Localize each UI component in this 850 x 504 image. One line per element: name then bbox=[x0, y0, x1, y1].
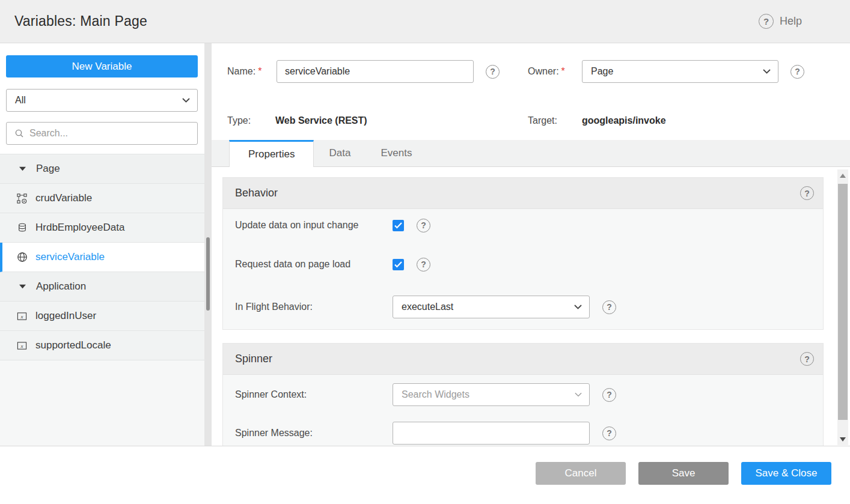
variable-label: crudVariable bbox=[35, 192, 92, 204]
help-link[interactable]: Help bbox=[759, 14, 802, 29]
spinner-context-select[interactable]: Search Widgets bbox=[393, 383, 590, 406]
tab-properties[interactable]: Properties bbox=[229, 140, 314, 167]
help-icon[interactable] bbox=[602, 300, 616, 314]
help-icon[interactable] bbox=[602, 427, 616, 440]
main-scrollbar[interactable] bbox=[837, 169, 848, 445]
type-value: Web Service (REST) bbox=[275, 115, 367, 126]
search-icon bbox=[14, 129, 24, 138]
list-item-hrdbemployeedata[interactable]: HrdbEmployeeData bbox=[0, 213, 204, 243]
request-data-label: Request data on page load bbox=[235, 259, 393, 270]
help-icon[interactable] bbox=[602, 388, 616, 402]
behavior-section: Behavior Update data on input change bbox=[222, 177, 824, 330]
group-row-page[interactable]: Page bbox=[0, 154, 204, 184]
chevron-down-icon bbox=[763, 69, 771, 74]
variable-form: Name:* Owner:* Page Type: Web Service (R… bbox=[212, 43, 850, 140]
list-item-servicevariable[interactable]: serviceVariable bbox=[0, 243, 204, 272]
search-input[interactable] bbox=[29, 128, 191, 139]
in-flight-label: In Flight Behavior: bbox=[235, 302, 393, 312]
help-icon[interactable] bbox=[417, 258, 430, 272]
search-box bbox=[6, 122, 198, 145]
behavior-section-header: Behavior bbox=[223, 178, 823, 209]
caret-down-icon bbox=[17, 284, 28, 289]
request-data-checkbox[interactable] bbox=[393, 259, 404, 270]
static-variable-icon: x bbox=[16, 341, 28, 351]
type-label: Type: bbox=[227, 115, 275, 126]
main-panel: Name:* Owner:* Page Type: Web Service (R… bbox=[212, 43, 850, 446]
help-icon bbox=[759, 14, 774, 29]
help-icon[interactable] bbox=[486, 65, 500, 79]
help-icon[interactable] bbox=[790, 65, 804, 79]
help-icon[interactable] bbox=[800, 186, 814, 200]
globe-icon bbox=[16, 252, 28, 263]
group-row-application[interactable]: Application bbox=[0, 272, 204, 302]
target-value: googleapis/invoke bbox=[582, 115, 666, 126]
group-label: Application bbox=[36, 281, 86, 293]
tab-events[interactable]: Events bbox=[365, 140, 427, 166]
chevron-down-icon bbox=[575, 392, 582, 397]
spinner-section: Spinner Spinner Context: Search Widgets bbox=[222, 343, 824, 446]
crud-variable-icon bbox=[16, 193, 28, 204]
spinner-context-row: Spinner Context: Search Widgets bbox=[235, 383, 823, 406]
tab-bar: Properties Data Events bbox=[212, 140, 850, 167]
database-icon bbox=[16, 222, 28, 233]
tab-data[interactable]: Data bbox=[314, 140, 365, 166]
update-data-label: Update data on input change bbox=[235, 220, 393, 231]
help-label: Help bbox=[780, 15, 802, 28]
sidebar: New Variable All Page crudVariable bbox=[0, 43, 204, 446]
svg-text:x: x bbox=[20, 342, 23, 348]
target-row: Target: googleapis/invoke bbox=[528, 114, 850, 127]
save-button[interactable]: Save bbox=[638, 462, 729, 485]
update-data-checkbox[interactable] bbox=[393, 220, 404, 231]
help-icon[interactable] bbox=[417, 219, 430, 232]
spinner-message-label: Spinner Message: bbox=[235, 428, 393, 439]
variables-dialog: Variables: Main Page Help New Variable A… bbox=[0, 0, 850, 504]
spinner-section-header: Spinner bbox=[223, 344, 823, 375]
update-data-row: Update data on input change bbox=[235, 217, 823, 233]
check-icon bbox=[394, 222, 402, 229]
scroll-up-arrow[interactable] bbox=[837, 169, 848, 181]
owner-row: Owner:* Page bbox=[528, 60, 850, 83]
name-row: Name:* bbox=[227, 60, 528, 83]
variable-label: HrdbEmployeeData bbox=[35, 222, 124, 234]
in-flight-select[interactable]: executeLast bbox=[393, 296, 590, 318]
in-flight-selected-value: executeLast bbox=[402, 302, 453, 312]
request-data-row: Request data on page load bbox=[235, 257, 823, 272]
save-close-button[interactable]: Save & Close bbox=[741, 462, 831, 485]
section-title: Spinner bbox=[235, 353, 272, 365]
list-item-loggedinuser[interactable]: x loggedInUser bbox=[0, 302, 204, 331]
filter-selected-value: All bbox=[15, 95, 26, 106]
caret-down-icon bbox=[17, 166, 28, 171]
spinner-message-row: Spinner Message: bbox=[235, 422, 823, 445]
required-asterisk: * bbox=[561, 66, 565, 76]
behavior-section-body: Update data on input change Request data… bbox=[223, 209, 823, 329]
help-icon[interactable] bbox=[800, 352, 814, 366]
owner-label: Owner:* bbox=[528, 66, 582, 77]
triangle-up-icon bbox=[840, 174, 846, 178]
new-variable-button[interactable]: New Variable bbox=[6, 55, 198, 77]
variable-label: supportedLocale bbox=[35, 339, 111, 351]
chevron-down-icon bbox=[182, 98, 190, 103]
chevron-down-icon bbox=[574, 305, 582, 309]
main-scrollbar-thumb[interactable] bbox=[838, 184, 848, 420]
scroll-down-arrow[interactable] bbox=[837, 433, 848, 445]
owner-select[interactable]: Page bbox=[582, 60, 778, 83]
variable-label: serviceVariable bbox=[35, 251, 105, 263]
dialog-title: Variables: Main Page bbox=[14, 13, 147, 29]
svg-text:x: x bbox=[20, 313, 23, 319]
required-asterisk: * bbox=[258, 66, 261, 76]
name-label: Name:* bbox=[227, 66, 277, 77]
properties-scroll-area: Behavior Update data on input change bbox=[212, 167, 850, 446]
sidebar-scrollbar[interactable] bbox=[204, 43, 212, 446]
variable-filter-select[interactable]: All bbox=[6, 89, 198, 112]
dialog-header: Variables: Main Page Help bbox=[0, 0, 850, 43]
triangle-down-icon bbox=[840, 437, 846, 442]
list-item-crudvariable[interactable]: crudVariable bbox=[0, 184, 204, 213]
list-item-supportedlocale[interactable]: x supportedLocale bbox=[0, 331, 204, 360]
sidebar-empty-area bbox=[0, 360, 204, 446]
group-label: Page bbox=[36, 163, 60, 175]
spinner-message-input[interactable] bbox=[393, 422, 590, 445]
name-input[interactable] bbox=[277, 60, 474, 83]
dialog-footer: Cancel Save Save & Close bbox=[0, 446, 850, 504]
sidebar-scrollbar-thumb[interactable] bbox=[206, 237, 210, 311]
cancel-button[interactable]: Cancel bbox=[536, 462, 626, 485]
